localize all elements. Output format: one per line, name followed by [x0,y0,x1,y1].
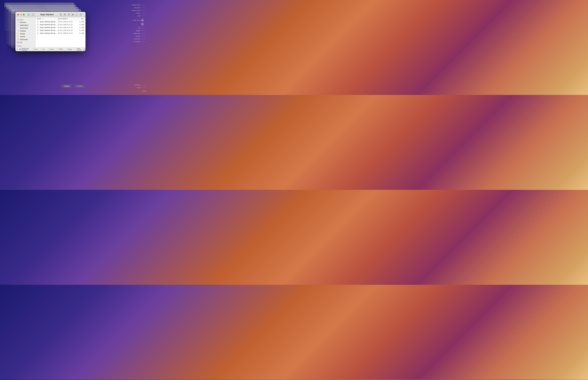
toolbar-icons: ☰ ⊞ ⬆ ◉ ··· 🔍 [59,13,82,16]
table-row[interactable]: Super Stardust (Europe) (AGA) (Disk 3).i… [36,26,86,29]
favorites-label: Favorites [16,19,35,21]
desktop-icon: 🖥 [17,30,19,32]
file-list-header: Name ▲▼ Date Modified Size [36,17,86,20]
file-date: 25 Dec 1996 at 07:32 [58,29,76,31]
restore-button[interactable]: Restore [74,84,86,88]
more-icon[interactable]: ··· [75,13,78,16]
sidebar-item-applications[interactable]: 📁 Applications [16,24,35,27]
amiga-folder-icon: 📁 [66,48,67,50]
file-size: 1.1 MB [76,29,84,31]
tm-label-december: December [134,41,140,42]
tm-label-dec2023: December [134,7,140,9]
table-row[interactable]: Super Stardust (Europe) (AGA) (Disk 2).i… [36,23,86,26]
downloads-icon: ⬇ [17,38,19,40]
sidebar-recents-label: Recents [20,21,26,23]
sidebar-games-label: Games [20,36,25,38]
tm-label-august: August [136,30,140,32]
finder-statusbar: ✕ 💻 Data@snap-24483409 › 📁 Users › 📁 tim… [16,47,86,51]
column-size[interactable]: Size [76,18,84,19]
tm-line-jan2024 [141,10,146,11]
tm-line-yesterday [141,85,146,85]
sidebar-item-setapp[interactable]: 📁 Setapp [16,32,35,35]
tm-nav-down-button[interactable]: ▼ [141,22,144,26]
sidebar-item-documents[interactable]: 📄 Documents [16,27,35,29]
finder-toolbar: ‹ › Super Stardust ☰ ⊞ ⬆ ◉ ··· 🔍 [26,13,84,16]
tm-label-october: October [135,36,140,37]
tm-label-today: Today [136,87,140,89]
tm-entry-july: July [131,27,146,29]
search-icon[interactable]: 🔍 [79,13,82,16]
tag-icon[interactable]: ◉ [71,13,74,16]
superstardust-folder-icon: 📁 [75,48,76,50]
minimize-button[interactable] [20,14,22,16]
file-icon [37,26,39,28]
tm-label-november: November [134,38,140,40]
tm-nav-area: ▲ ▼ Today, 13:08 [131,19,146,26]
view-list-icon[interactable]: ☰ [59,13,62,16]
table-row[interactable]: Super Stardust (Europe) (AGA) (Disk 4).i… [36,29,86,32]
breadcrumb-gamer[interactable]: 📁 Gamer [47,48,55,50]
back-button[interactable]: ‹ [27,13,30,16]
setapp-icon: 📁 [17,33,19,35]
users-folder-icon: 📁 [32,48,34,50]
table-row[interactable]: Super Stardust (Europe) (AGA) (Disk 1).i… [36,20,86,23]
tm-entry-yesterday: Yesterday [131,84,146,86]
breadcrumb-superstardust[interactable]: 📁 Super Stardust [74,47,83,51]
sidebar-setapp-label: Setapp [20,33,25,35]
tm-label-yesterday: Yesterday [134,84,140,86]
breadcrumb-sep-2: › [39,48,39,50]
close-button[interactable] [17,14,19,16]
status-cancel-icon[interactable]: ✕ [17,48,18,50]
breadcrumb-sep-4: › [55,48,56,50]
file-date: 25 Dec 1996 at 07:32 [58,32,76,34]
share-icon[interactable]: ⬆ [67,13,70,16]
sidebar-item-desktop[interactable]: 🖥 Desktop [16,29,35,32]
file-icon [37,24,39,26]
tm-label-oct2023: October 2023 [132,4,140,6]
forward-button[interactable]: › [31,13,35,16]
sidebar-item-recents[interactable]: ⏱ Recents [16,21,35,24]
tm-entry-september: September [131,33,146,34]
tm-line-march [141,13,146,13]
sidebar-item-downloads[interactable]: ⬇ Downloads [16,38,35,41]
view-grid-icon[interactable]: ⊞ [63,13,66,16]
file-size: 1.1 MB [76,24,84,25]
sidebar-item-games[interactable]: 📁 Games [16,35,35,38]
tim-folder-icon: 📁 [41,48,42,50]
file-list: Super Stardust (Europe) (AGA) (Disk 1).i… [36,20,86,47]
breadcrumb-roms[interactable]: 📁 ROMs [56,48,63,50]
applications-icon: 📁 [17,24,19,26]
breadcrumb-users[interactable]: 📁 Users [31,48,38,50]
action-buttons: Cancel Restore [61,84,86,88]
sidebar-documents-label: Documents [20,27,28,29]
file-date: 25 Dec 1996 at 07:32 [58,27,76,28]
tm-line-april [141,16,146,16]
tm-line-oct2023 [141,5,146,5]
sort-arrow: ▲▼ [42,18,44,19]
cancel-button[interactable]: Cancel [61,84,72,88]
sidebar-applications-label: Applications [20,24,28,26]
file-date: 25 Dec 1996 at 07:32 [58,24,76,25]
zoom-button[interactable] [23,14,25,16]
sidebar-item-tim[interactable]: 🏠 tim [16,41,35,44]
icloud-label: iCloud [16,45,35,47]
tm-entry-october: October [131,36,146,37]
column-date[interactable]: Date Modified [58,18,76,19]
table-row[interactable]: Super Stardust (Europe) (AGA) (Disk 5).i… [36,32,86,35]
file-name: Super Stardust (Europe) (AGA) (Disk 5).i… [40,32,58,34]
file-name: Super Stardust (Europe) (AGA) (Disk 3).i… [40,27,58,28]
breadcrumb-tim[interactable]: 📁 tim [40,48,45,50]
tm-entry-march: March [131,12,146,14]
tm-entry-december: December [131,41,146,42]
column-name[interactable]: Name ▲▼ [37,18,58,19]
breadcrumb-amiga[interactable]: 📁 Amiga [65,48,72,50]
breadcrumb-sep-5: › [64,48,64,50]
tm-line-today [141,88,146,88]
finder-content: Favorites ⏱ Recents 📁 Applications 📄 Doc… [16,17,86,47]
breadcrumb-datasnapshot[interactable]: 💻 Data@snap-24483409 [19,47,30,51]
finder-window: ‹ › Super Stardust ☰ ⊞ ⬆ ◉ ··· 🔍 Favorit… [16,12,86,51]
finder-titlebar: ‹ › Super Stardust ☰ ⊞ ⬆ ◉ ··· 🔍 [16,12,86,17]
tm-nav-up-button[interactable]: ▲ [141,19,144,22]
file-name: Super Stardust (Europe) (AGA) (Disk 1).i… [40,21,58,23]
finder-sidebar: Favorites ⏱ Recents 📁 Applications 📄 Doc… [16,17,36,47]
